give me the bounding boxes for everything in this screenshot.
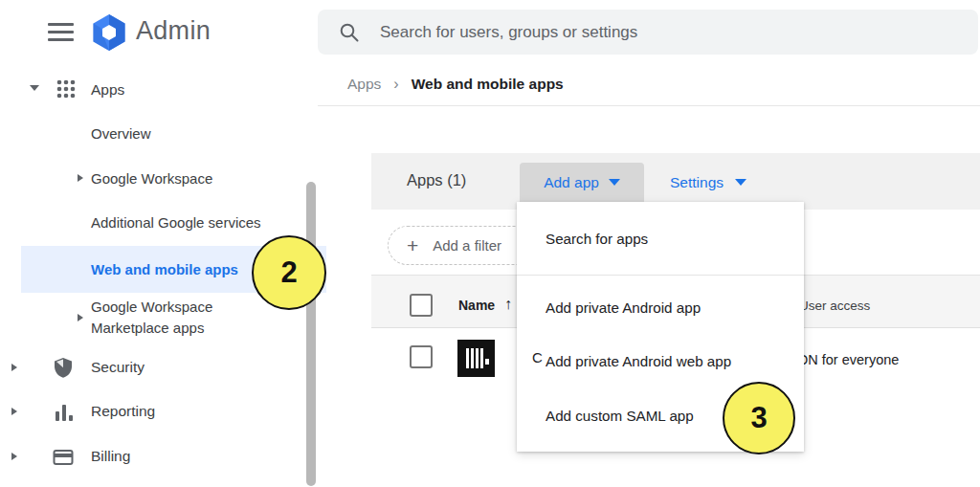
bar-chart-icon <box>53 401 76 428</box>
google-admin-console: Admin Apps Overview Google Workspace Add… <box>0 0 980 487</box>
select-all-checkbox[interactable] <box>410 294 433 317</box>
apps-count-title: Apps (1) <box>407 171 466 189</box>
sidebar-item-security[interactable]: Security <box>91 357 145 378</box>
global-search-bar <box>318 10 978 55</box>
add-app-label: Add app <box>544 174 599 191</box>
settings-label: Settings <box>670 174 724 191</box>
step-3-annotation: 3 <box>723 382 795 454</box>
step-3-number: 3 <box>750 401 767 435</box>
product-title: Admin <box>136 16 211 46</box>
breadcrumb: Apps › Web and mobile apps <box>347 76 564 93</box>
billing-caret-icon[interactable] <box>11 453 17 460</box>
menu-divider <box>517 275 804 276</box>
breadcrumb-current: Web and mobile apps <box>412 76 564 93</box>
breadcrumb-apps-link[interactable]: Apps <box>347 76 381 93</box>
sidebar-scrollbar[interactable] <box>306 182 316 486</box>
step-2-annotation: 2 <box>252 235 326 310</box>
apps-grid-icon <box>55 77 78 104</box>
add-app-caret-icon <box>609 179 620 186</box>
sidebar-item-marketplace-apps[interactable]: Google Workspace Marketplace apps <box>91 297 258 339</box>
menu-item-add-private-android-app[interactable]: Add private Android app <box>546 298 701 319</box>
column-header-user-access: User access <box>799 296 870 317</box>
user-access-cell: ON for everyone <box>797 350 899 370</box>
admin-logo-icon <box>88 11 130 57</box>
sidebar-item-apps[interactable]: Apps <box>91 79 124 100</box>
search-icon <box>339 22 360 43</box>
shield-icon <box>52 356 75 383</box>
sidebar-item-web-and-mobile-apps[interactable]: Web and mobile apps <box>91 259 238 280</box>
marketplace-caret-icon[interactable] <box>78 314 83 321</box>
apps-expand-caret-icon[interactable] <box>30 85 39 91</box>
sort-ascending-icon[interactable]: ↑ <box>504 293 512 316</box>
google-workspace-caret-icon[interactable] <box>78 174 83 182</box>
sidebar-item-google-workspace[interactable]: Google Workspace <box>91 168 212 189</box>
hamburger-menu-icon[interactable] <box>48 23 74 41</box>
settings-button[interactable]: Settings <box>670 163 746 202</box>
row-checkbox[interactable] <box>410 345 433 368</box>
breadcrumb-separator-icon: › <box>393 76 398 93</box>
add-app-button[interactable]: Add app <box>520 163 644 202</box>
sidebar-item-billing[interactable]: Billing <box>91 446 130 467</box>
app-logo-icon <box>457 340 495 381</box>
security-caret-icon[interactable] <box>11 364 17 371</box>
add-filter-label: Add a filter <box>433 237 501 254</box>
menu-item-search-for-apps[interactable]: Search for apps <box>546 229 648 250</box>
breadcrumb-divider <box>318 105 980 106</box>
credit-card-icon <box>52 446 75 473</box>
plus-icon: + <box>407 235 418 255</box>
settings-caret-icon <box>735 179 746 186</box>
app-name-cell[interactable]: C <box>532 347 543 367</box>
sidebar-item-reporting[interactable]: Reporting <box>91 401 155 422</box>
column-header-name[interactable]: Name <box>458 294 495 317</box>
step-2-number: 2 <box>280 255 297 290</box>
menu-item-add-private-android-web-app[interactable]: Add private Android web app <box>546 351 731 372</box>
search-input[interactable] <box>380 23 916 42</box>
reporting-caret-icon[interactable] <box>11 408 17 415</box>
menu-item-add-custom-saml-app[interactable]: Add custom SAML app <box>546 406 694 427</box>
sidebar-item-additional-google-services[interactable]: Additional Google services <box>91 212 261 233</box>
sidebar-item-overview[interactable]: Overview <box>91 123 151 144</box>
